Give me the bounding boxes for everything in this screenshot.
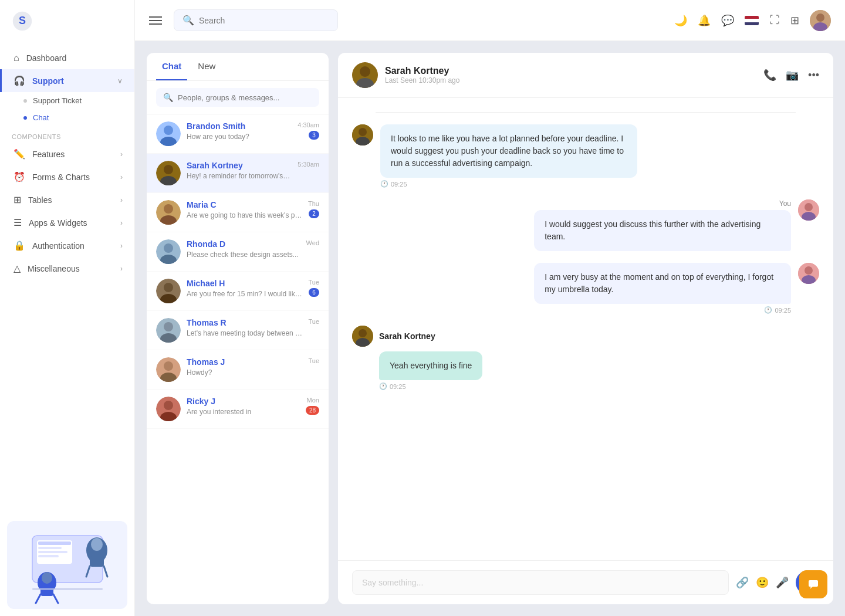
contact-name: Michael H bbox=[187, 279, 302, 288]
sidebar-banner bbox=[7, 521, 127, 609]
contact-avatar-svg bbox=[352, 62, 378, 88]
sidebar-item-authentication[interactable]: 🔒 Authentication › bbox=[0, 234, 134, 257]
main-area: 🔍 🌙 🔔 💬 ⛶ ⊞ Chat New bbox=[135, 0, 845, 616]
message-input[interactable] bbox=[352, 570, 729, 595]
sidebar-item-apps-widgets[interactable]: ☰ Apps & Widgets › bbox=[0, 211, 134, 234]
contact-avatar bbox=[156, 357, 181, 382]
search-input[interactable] bbox=[199, 16, 329, 25]
bell-icon[interactable]: 🔔 bbox=[698, 14, 711, 27]
svg-point-12 bbox=[42, 572, 52, 584]
contact-preview: How are you today? bbox=[187, 133, 292, 141]
chat-list-item[interactable]: Michael H Are you free for 15 min? I wou… bbox=[147, 272, 329, 311]
chat-list-item[interactable]: Brandon Smith How are you today? 4:30am … bbox=[147, 114, 329, 154]
sidebar-item-tables[interactable]: ⊞ Tables › bbox=[0, 188, 134, 211]
svg-rect-61 bbox=[809, 580, 818, 587]
contact-meta: Tue 6 bbox=[308, 279, 319, 297]
fullscreen-icon[interactable]: ⛶ bbox=[769, 14, 780, 26]
moon-icon[interactable]: 🌙 bbox=[674, 14, 687, 27]
svg-rect-6 bbox=[38, 551, 67, 553]
svg-rect-10 bbox=[90, 556, 104, 567]
contact-time: Tue bbox=[308, 357, 319, 364]
contact-name: Ricky J bbox=[187, 397, 300, 406]
message-avatar bbox=[798, 199, 819, 221]
video-icon[interactable]: 📷 bbox=[786, 69, 799, 82]
more-options-icon[interactable]: ••• bbox=[808, 69, 819, 82]
header: 🔍 🌙 🔔 💬 ⛶ ⊞ bbox=[135, 0, 845, 41]
svg-point-29 bbox=[164, 204, 173, 214]
sidebar-item-support-ticket[interactable]: Support Ticket bbox=[0, 92, 134, 109]
contact-preview: Hey! a reminder for tomorrow's meeting..… bbox=[187, 172, 292, 180]
contact-info: Thomas R Let's have meeting today betwee… bbox=[187, 318, 302, 337]
svg-point-26 bbox=[164, 165, 173, 174]
tab-new[interactable]: New bbox=[192, 53, 221, 80]
message-content: Yeah everything is fine 🕐 09:25 bbox=[379, 351, 819, 390]
svg-point-50 bbox=[359, 128, 367, 136]
apps-icon: ☰ bbox=[13, 217, 22, 228]
message-bubble: Yeah everything is fine bbox=[379, 351, 482, 380]
sidebar-item-label: Authentication bbox=[32, 241, 84, 251]
contact-info: Brandon Smith How are you today? bbox=[187, 121, 292, 141]
chat-search-input[interactable] bbox=[178, 93, 312, 102]
sidebar-item-chat[interactable]: Chat bbox=[0, 109, 134, 126]
contact-time: Mon bbox=[307, 397, 319, 404]
sidebar-nav: ⌂ Dashboard 🎧 Support ∨ Support Ticket C… bbox=[0, 42, 134, 514]
sidebar-item-label: Support bbox=[32, 76, 64, 86]
tab-chat[interactable]: Chat bbox=[156, 53, 187, 80]
chat-list-item[interactable]: Sarah Kortney Hey! a reminder for tomorr… bbox=[147, 154, 329, 193]
mic-icon[interactable]: 🎤 bbox=[776, 576, 789, 589]
svg-point-20 bbox=[816, 13, 824, 22]
contact-time: Tue bbox=[308, 279, 319, 286]
chat-search-inner[interactable]: 🔍 bbox=[156, 88, 319, 107]
chat-list-item[interactable]: Thomas R Let's have meeting today betwee… bbox=[147, 311, 329, 350]
contact-avatar bbox=[156, 200, 181, 225]
sidebar-item-features[interactable]: ✏️ Features › bbox=[0, 143, 134, 165]
contact-avatar bbox=[156, 239, 181, 264]
contact-preview: Are you interested in bbox=[187, 408, 300, 416]
hamburger-menu[interactable] bbox=[149, 16, 162, 25]
contact-preview: Are we going to have this week's plannin… bbox=[187, 211, 302, 219]
chat-header-info: Sarah Kortney Last Seen 10:30pm ago bbox=[385, 66, 459, 84]
svg-point-23 bbox=[164, 126, 173, 135]
home-icon: ⌂ bbox=[13, 53, 19, 63]
chat-list-item[interactable]: Thomas J Howdy? Tue bbox=[147, 350, 329, 390]
avatar-svg bbox=[798, 263, 819, 284]
emoji-icon[interactable]: 🙂 bbox=[756, 576, 769, 589]
chat-list-item[interactable]: Rhonda D Please check these design asset… bbox=[147, 232, 329, 272]
clock-icon: 🕐 bbox=[379, 383, 387, 390]
sidebar-item-label: Miscellaneous bbox=[28, 264, 80, 273]
user-avatar[interactable] bbox=[810, 10, 831, 31]
sidebar-item-support[interactable]: 🎧 Support ∨ bbox=[0, 69, 134, 92]
chat-header-avatar bbox=[352, 62, 378, 88]
sidebar-item-dashboard[interactable]: ⌂ Dashboard bbox=[0, 47, 134, 69]
sender-label-row: Sarah Kortney bbox=[352, 326, 819, 347]
grid-icon[interactable]: ⊞ bbox=[790, 14, 799, 27]
floating-action-button[interactable] bbox=[799, 570, 827, 598]
avatar-svg bbox=[352, 326, 373, 347]
chat-list-item[interactable]: Maria C Are we going to have this week's… bbox=[147, 193, 329, 232]
phone-icon[interactable]: 📞 bbox=[763, 69, 776, 82]
sidebar-item-label: Features bbox=[32, 150, 65, 159]
search-icon: 🔍 bbox=[163, 93, 173, 102]
message-avatar bbox=[352, 326, 373, 347]
flag-icon[interactable] bbox=[745, 16, 759, 25]
sidebar-item-forms-charts[interactable]: ⏰ Forms & Charts › bbox=[0, 165, 134, 188]
content-area: Chat New 🔍 Brandon Smith How are you tod… bbox=[135, 41, 845, 616]
sidebar-item-miscellaneous[interactable]: △ Miscellaneous › bbox=[0, 257, 134, 280]
chat-input-area: 🔗 🙂 🎤 bbox=[338, 560, 833, 604]
sidebar-sub-label: Chat bbox=[33, 113, 49, 122]
contact-name: Sarah Kortney bbox=[385, 66, 459, 76]
tables-icon: ⊞ bbox=[13, 194, 21, 205]
message-sender: You bbox=[534, 199, 791, 208]
sender-name: Sarah Kortney bbox=[379, 331, 435, 341]
chat-list-item[interactable]: Ricky J Are you interested in Mon 28 bbox=[147, 390, 329, 429]
message-avatar bbox=[352, 124, 373, 145]
unread-badge: 3 bbox=[309, 131, 319, 140]
message-row: It looks to me like you have a lot plann… bbox=[352, 124, 819, 188]
search-box[interactable]: 🔍 bbox=[174, 9, 338, 31]
link-icon[interactable]: 🔗 bbox=[736, 576, 749, 589]
svg-point-56 bbox=[805, 266, 813, 275]
contact-name: Rhonda D bbox=[187, 239, 300, 249]
sidebar-item-label: Forms & Charts bbox=[32, 172, 90, 182]
chat-bubble-icon[interactable]: 💬 bbox=[721, 14, 734, 27]
contact-time: Thu bbox=[308, 200, 319, 207]
